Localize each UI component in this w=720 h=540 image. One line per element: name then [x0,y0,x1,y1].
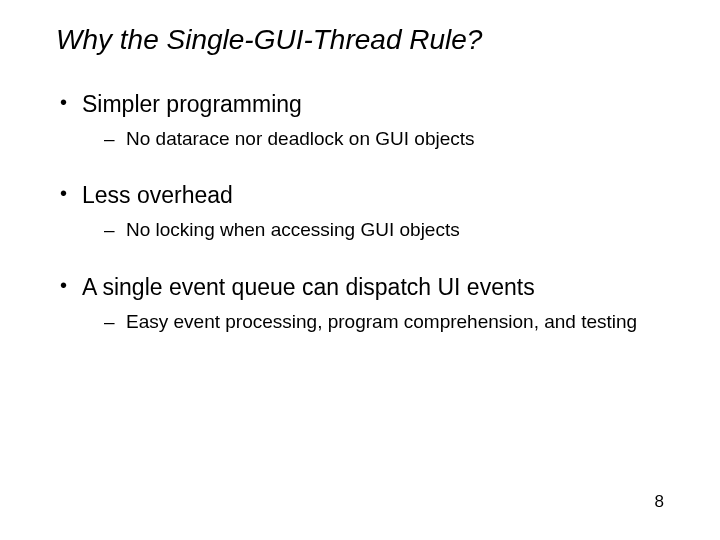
list-item: Simpler programming No datarace nor dead… [56,90,672,151]
sub-list: Easy event processing, program comprehen… [56,310,672,335]
bullet-level2: No locking when accessing GUI objects [56,218,672,243]
bullet-level1: Less overhead [56,181,672,210]
list-item: Less overhead No locking when accessing … [56,181,672,242]
bullet-level1: Simpler programming [56,90,672,119]
sub-list: No locking when accessing GUI objects [56,218,672,243]
page-number: 8 [655,492,664,512]
bullet-list: Simpler programming No datarace nor dead… [56,90,672,334]
bullet-level2: No datarace nor deadlock on GUI objects [56,127,672,152]
bullet-level2: Easy event processing, program comprehen… [56,310,672,335]
list-item: A single event queue can dispatch UI eve… [56,273,672,334]
slide: Why the Single-GUI-Thread Rule? Simpler … [0,0,720,540]
slide-title: Why the Single-GUI-Thread Rule? [56,24,672,56]
sub-list: No datarace nor deadlock on GUI objects [56,127,672,152]
bullet-level1: A single event queue can dispatch UI eve… [56,273,672,302]
